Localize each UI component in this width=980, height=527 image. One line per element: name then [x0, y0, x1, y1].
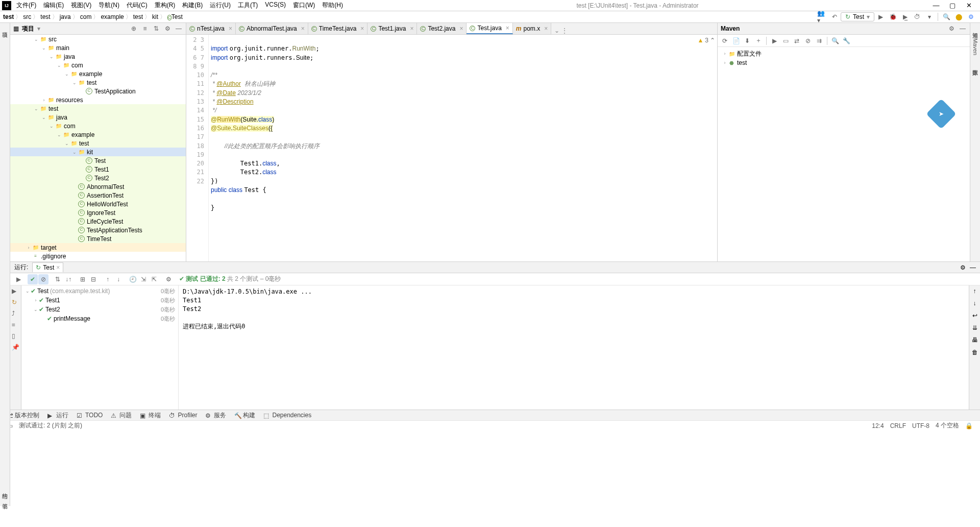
inspection-badge[interactable]: ▲3⌃ [697, 37, 715, 44]
toggle-icon[interactable]: ⇄ [792, 36, 802, 46]
bottom-tab[interactable]: ▶运行 [44, 410, 71, 421]
expand-all-icon[interactable]: ⊞ [78, 274, 88, 284]
print-icon[interactable]: 🖶 [972, 337, 978, 344]
maven-node[interactable]: ›⬣test [720, 58, 968, 67]
menu-item[interactable]: 重构(R) [152, 0, 179, 11]
tree-node[interactable]: ⌄📁test [10, 139, 186, 148]
hide-icon[interactable]: — [959, 25, 967, 33]
test-tree[interactable]: ⌄✔Test(com.example.test.kit)0毫秒›✔Test10毫… [21, 285, 179, 410]
export-icon[interactable]: ⇱ [149, 274, 159, 284]
users-icon[interactable]: 👥▾ [817, 12, 827, 22]
project-tree[interactable]: ⌄📁src⌄📁main⌄📁java⌄📁com⌄📁example⌄📁testTes… [10, 35, 186, 261]
layout-icon[interactable]: ▯ [12, 332, 20, 341]
menu-item[interactable]: 帮助(H) [319, 0, 346, 11]
tree-node[interactable]: ≡HELP.md [10, 260, 186, 261]
editor-tab[interactable]: CnTest.java× [186, 23, 236, 34]
bottom-tab[interactable]: ⬚Dependencies [260, 411, 314, 420]
sort2-icon[interactable]: ↓↑ [63, 274, 74, 284]
gear-icon[interactable]: ⚙ [960, 264, 966, 271]
skip-tests-icon[interactable]: ⊘ [803, 36, 813, 46]
breadcrumb-item[interactable]: com [80, 13, 92, 20]
tree-node[interactable]: ⌄📁test [10, 78, 186, 87]
tree-node[interactable]: ⌄📁example [10, 130, 186, 139]
collapse-all-icon[interactable]: ⊟ [88, 274, 99, 284]
close-button[interactable]: ✕ [962, 2, 976, 9]
import-icon[interactable]: ⇲ [138, 274, 149, 284]
generate-icon[interactable]: 📄 [731, 36, 741, 46]
tree-node[interactable]: ⌄📁src [10, 35, 186, 43]
project-tool-tab[interactable]: 项目 [1, 25, 9, 31]
pin-icon[interactable]: 📌 [12, 344, 20, 352]
tree-node[interactable]: TestApplicationTests [10, 226, 186, 234]
editor-tab[interactable]: mpom.x× [513, 23, 551, 34]
tree-node[interactable]: ›📁target [10, 243, 186, 252]
tree-node[interactable]: ⌄📁java [10, 52, 186, 61]
scroll-icon[interactable]: ⇊ [972, 324, 977, 331]
tree-node[interactable]: Test1 [10, 165, 186, 174]
encoding[interactable]: UTF-8 [912, 422, 929, 429]
show-deps-icon[interactable]: 🔍 [830, 36, 840, 46]
expand-icon[interactable]: ≡ [141, 25, 149, 33]
tree-node[interactable]: ≡.gitignore [10, 252, 186, 260]
tree-node[interactable]: AssertionTest [10, 191, 186, 200]
test-node[interactable]: ⌄✔Test(com.example.test.kit)0毫秒 [21, 286, 178, 296]
coverage-button[interactable]: ▶̲ [900, 12, 910, 22]
execute-icon[interactable]: ▭ [780, 36, 791, 46]
tree-node[interactable]: IgnoreTest [10, 208, 186, 217]
editor-tab[interactable]: CTimeTest.java× [308, 23, 368, 34]
run-maven-icon[interactable]: ▶ [769, 36, 779, 46]
rerun2-icon[interactable]: ▶ [12, 288, 20, 296]
maven-tree[interactable]: ➤›📁配置文件›⬣test [718, 47, 970, 261]
reload-icon[interactable]: ⟳ [720, 36, 730, 46]
test-node[interactable]: ✔printMessage0毫秒 [21, 314, 178, 323]
tree-node[interactable]: HelloWorldTest [10, 200, 186, 208]
tree-node[interactable]: TimeTest [10, 234, 186, 243]
menu-item[interactable]: 运行(U) [207, 0, 234, 11]
offline-icon[interactable]: ⇉ [814, 36, 824, 46]
maven-tab[interactable]: Maven [972, 35, 978, 58]
editor-tab[interactable]: CTest.java× [467, 23, 512, 34]
tree-node[interactable]: ›📁resources [10, 95, 186, 104]
breadcrumb-item[interactable]: test [133, 13, 143, 20]
tree-node[interactable]: ⌄📁com [10, 122, 186, 130]
more-run-icon[interactable]: ▾ [924, 12, 935, 22]
readonly-icon[interactable]: 🔒 [965, 422, 973, 429]
breadcrumb-item[interactable]: kit [152, 13, 158, 20]
menu-item[interactable]: VCS(S) [262, 0, 289, 11]
line-sep[interactable]: CRLF [890, 422, 906, 429]
debug-button[interactable]: 🐞 [888, 12, 898, 22]
tree-node[interactable]: ⌄📁test [10, 104, 186, 113]
settings-icon[interactable]: ⚙ [966, 12, 976, 22]
menu-item[interactable]: 视图(V) [68, 0, 94, 11]
toggle-autotrack-icon[interactable]: ⤴ [12, 310, 20, 318]
editor-tab[interactable]: CAbnormalTest.java× [236, 23, 308, 34]
bottom-tab[interactable]: ▣终端 [137, 410, 164, 421]
next-icon[interactable]: ↓ [113, 274, 124, 284]
menu-item[interactable]: 文件(F) [13, 0, 39, 11]
database-tab[interactable]: 数据库 [971, 62, 979, 68]
bottom-tab[interactable]: ⚙服务 [202, 410, 229, 421]
test-node[interactable]: ›✔Test10毫秒 [21, 296, 178, 305]
indent[interactable]: 4 个空格 [936, 421, 959, 430]
profile-button[interactable]: ⏱ [912, 12, 922, 22]
console-output[interactable]: D:\Java\jdk-17.0.5\bin\java.exe ... Test… [179, 285, 969, 410]
tree-node[interactable]: TestApplication [10, 87, 186, 95]
breadcrumb-item[interactable]: test [3, 13, 14, 20]
breadcrumb-item[interactable]: example [101, 13, 124, 20]
tree-node[interactable]: ⌄📁example [10, 69, 186, 78]
bottom-tab[interactable]: ⏱Profiler [166, 411, 200, 420]
clear-icon[interactable]: 🗑 [972, 349, 978, 356]
menu-item[interactable]: 导航(N) [95, 0, 122, 11]
rerun-failed-icon[interactable]: ↻ [12, 299, 20, 307]
down-icon[interactable]: ↓ [973, 300, 976, 307]
run-button[interactable]: ▶ [875, 12, 886, 22]
maven-node[interactable]: ›📁配置文件 [720, 49, 968, 58]
search-icon[interactable]: 🔍 [941, 12, 951, 22]
tree-node[interactable]: ⌄📁kit [10, 148, 186, 156]
breadcrumb-item[interactable]: src [23, 13, 31, 20]
bottom-tab[interactable]: ⚠问题 [108, 410, 135, 421]
up-icon[interactable]: ↑ [973, 288, 976, 295]
breadcrumb-item[interactable]: Test [167, 13, 183, 20]
run-tab[interactable]: ↻Test× [32, 262, 63, 272]
tree-node[interactable]: ⌄📁main [10, 43, 186, 52]
